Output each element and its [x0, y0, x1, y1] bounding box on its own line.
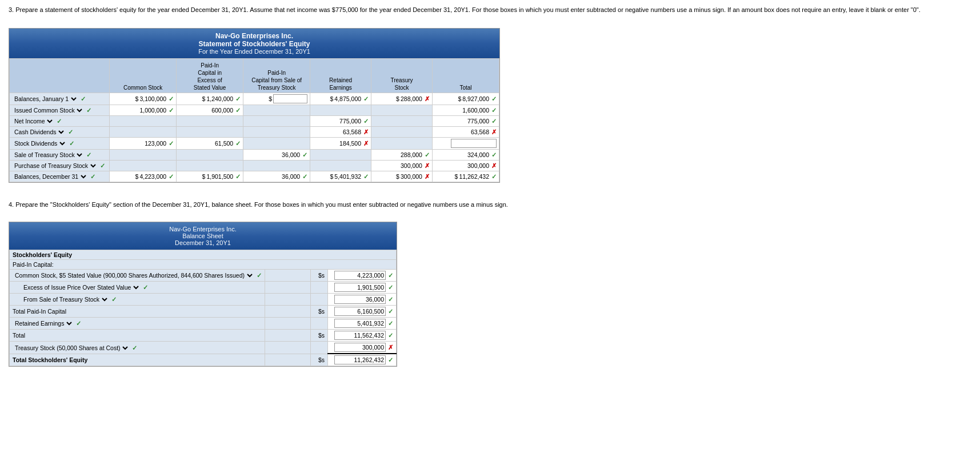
instructions-4: 4. Prepare the "Stockholders' Equity" se… — [9, 201, 971, 208]
data-cell — [110, 127, 177, 138]
row-label-check-1: ✓ — [86, 107, 91, 114]
bs-total-input-5[interactable] — [334, 307, 386, 316]
bs-dropdown-2[interactable]: Common Stock, $5 Stated Value (900,000 S… — [13, 271, 254, 279]
data-cell — [310, 150, 371, 161]
bs-label-6: Retained Earnings✓ — [10, 318, 265, 330]
data-cell: $288,000✗ — [371, 93, 433, 105]
col3-cell-4 — [243, 138, 310, 150]
row-dropdown-7[interactable]: Balances, December 31 — [12, 173, 88, 181]
bs-value-8[interactable]: ✗ — [328, 342, 397, 354]
bs-dropdown-6[interactable]: Retained Earnings — [13, 319, 74, 327]
bs-input-6[interactable] — [334, 319, 386, 328]
data-cell — [371, 127, 433, 138]
data-cell — [310, 105, 371, 116]
data-cell: $4,223,000✓ — [110, 171, 177, 182]
bs-total-value-7[interactable]: ✓ — [328, 330, 397, 342]
bs-row-0: Stockholders' Equity — [10, 250, 397, 260]
col3-cell-6 — [243, 161, 310, 171]
col3-input-0[interactable] — [273, 94, 307, 103]
col-paidin-excess-header: Paid-InCapital inExcess ofStated Value — [177, 59, 243, 93]
row-dropdown-4[interactable]: Stock Dividends — [12, 139, 67, 147]
bs-input-8[interactable] — [334, 343, 386, 352]
table1-company: Nav-Go Enterprises Inc. — [11, 32, 497, 40]
data-cell: $1,240,000✓ — [177, 93, 243, 105]
bs-input-2[interactable] — [334, 271, 386, 280]
col3-cell-7: 36,000✓ — [243, 171, 310, 182]
data-cell: 63,568✗ — [432, 127, 499, 138]
data-cell: 775,000✓ — [310, 116, 371, 127]
bs-row-7: Total$s✓ — [10, 330, 397, 342]
bs-input-3[interactable] — [334, 283, 386, 292]
bs-total-input-9[interactable] — [334, 355, 386, 364]
data-cell: $3,100,000✓ — [110, 93, 177, 105]
row-dropdown-0[interactable]: Balances, January 1 — [12, 95, 78, 103]
data-cell — [177, 127, 243, 138]
data-cell: $11,262,432✓ — [432, 171, 499, 182]
row-dropdown-3[interactable]: Cash Dividends — [12, 128, 66, 136]
bs-row-9: Total Stockholders' Equity$s✓ — [10, 354, 397, 366]
bs-total-input-7[interactable] — [334, 331, 386, 340]
bs-label-8: Treasury Stock (50,000 Shares at Cost)✓ — [10, 342, 265, 354]
data-cell — [371, 105, 433, 116]
data-cell: 123,000✓ — [110, 138, 177, 150]
data-cell: 184,500✗ — [310, 138, 371, 150]
table1-period: For the Year Ended December 31, 20Y1 — [11, 48, 497, 55]
col3-cell-1 — [243, 105, 310, 116]
bs-label-4: From Sale of Treasury Stock✓ — [10, 294, 265, 306]
data-cell: 300,000✗ — [432, 161, 499, 171]
data-cell — [110, 150, 177, 161]
bs-row-5: Total Paid-In Capital$s✓ — [10, 306, 397, 318]
data-cell: $1,901,500✓ — [177, 171, 243, 182]
data-cell: $8,927,000✓ — [432, 93, 499, 105]
col-total-header: Total — [432, 59, 499, 93]
row-label-check-6: ✓ — [100, 162, 105, 169]
data-cell: 1,000,000✓ — [110, 105, 177, 116]
row-dropdown-1[interactable]: Issued Common Stock — [12, 106, 84, 114]
bs-table: Stockholders' EquityPaid-In Capital:Comm… — [9, 250, 397, 366]
row-label-check-5: ✓ — [86, 151, 91, 158]
table2-header: Nav-Go Enterprises Inc. Balance Sheet De… — [9, 222, 397, 250]
bs-dropdown-4[interactable]: From Sale of Treasury Stock — [21, 295, 109, 303]
data-cell — [177, 161, 243, 171]
bs-row-8: Treasury Stock (50,000 Shares at Cost)✓✗ — [10, 342, 397, 354]
data-cell: $4,875,000✓ — [310, 93, 371, 105]
table2-title: Balance Sheet — [11, 232, 394, 239]
bs-input-4[interactable] — [334, 295, 386, 304]
equity-table: Common Stock Paid-InCapital inExcess ofS… — [9, 58, 499, 182]
bs-label-3: Excess of Issue Price Over Stated Value✓ — [10, 282, 265, 294]
bs-value-4[interactable]: ✓ — [328, 294, 397, 306]
row-label-check-2: ✓ — [57, 118, 62, 125]
col-paidin-treasury-header: Paid-InCapital from Sale ofTreasury Stoc… — [243, 59, 310, 93]
bs-dropdown-8[interactable]: Treasury Stock (50,000 Shares at Cost) — [13, 344, 130, 352]
row-dropdown-6[interactable]: Purchase of Treasury Stock — [12, 162, 98, 170]
row-label-7: Balances, December 31✓ — [10, 171, 110, 182]
data-cell — [110, 161, 177, 171]
data-cell — [110, 116, 177, 127]
row-dropdown-5[interactable]: Sale of Treasury Stock — [12, 151, 84, 159]
bs-dropdown-3[interactable]: Excess of Issue Price Over Stated Value — [21, 283, 141, 291]
bs-value-2[interactable]: ✓ — [328, 270, 397, 282]
bs-value-6[interactable]: ✓ — [328, 318, 397, 330]
row-dropdown-2[interactable]: Net Income — [12, 117, 54, 125]
row-label-check-7: ✓ — [90, 173, 95, 180]
balance-sheet-table: Nav-Go Enterprises Inc. Balance Sheet De… — [9, 222, 397, 367]
bs-total-value-9[interactable]: ✓ — [328, 354, 397, 366]
row-label-3: Cash Dividends✓ — [10, 127, 110, 138]
instructions-3: 3. Prepare a statement of stockholders' … — [9, 6, 971, 14]
bs-total-value-5[interactable]: ✓ — [328, 306, 397, 318]
stockholders-equity-table: Nav-Go Enterprises Inc. Statement of Sto… — [9, 28, 500, 183]
data-cell: 600,000✓ — [177, 105, 243, 116]
col-label-header — [10, 59, 110, 93]
row-label-check-0: ✓ — [81, 95, 86, 102]
table1-header: Nav-Go Enterprises Inc. Statement of Sto… — [9, 29, 499, 58]
col3-cell-0[interactable]: $ — [243, 93, 310, 105]
col6-input-4[interactable] — [451, 139, 497, 148]
row-label-6: Purchase of Treasury Stock✓ — [10, 161, 110, 171]
col-retained-earnings-header: RetainedEarnings — [310, 59, 371, 93]
col3-cell-5: 36,000✓ — [243, 150, 310, 161]
data-cell — [177, 150, 243, 161]
bs-row-6: Retained Earnings✓✓ — [10, 318, 397, 330]
bs-value-3[interactable]: ✓ — [328, 282, 397, 294]
col6-input-cell-4[interactable] — [432, 138, 499, 150]
data-cell: $5,401,932✓ — [310, 171, 371, 182]
